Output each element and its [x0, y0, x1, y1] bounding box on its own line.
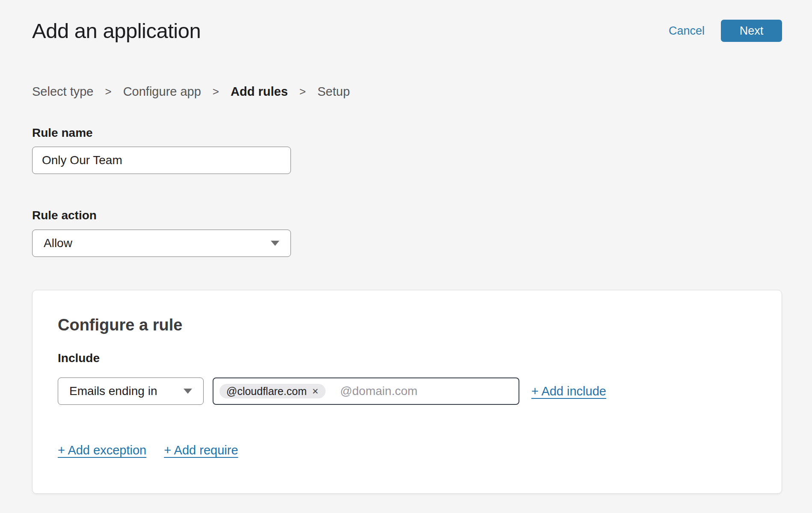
chip-remove-icon[interactable]: ✕ — [312, 387, 319, 395]
add-exception-link[interactable]: + Add exception — [58, 443, 146, 457]
breadcrumb-step-add-rules[interactable]: Add rules — [231, 84, 288, 99]
include-value-input-box[interactable]: @cloudflare.com ✕ — [213, 377, 519, 405]
include-rule-row: Emails ending in @cloudflare.com ✕ + Add… — [58, 377, 756, 405]
rule-action-select[interactable]: Allow — [32, 230, 291, 257]
breadcrumb-separator: > — [213, 84, 219, 99]
breadcrumb-separator: > — [105, 84, 111, 99]
breadcrumb-step-setup[interactable]: Setup — [317, 84, 350, 99]
rule-name-label: Rule name — [32, 126, 782, 140]
email-domain-input[interactable] — [340, 384, 513, 398]
include-selector-select[interactable]: Emails ending in — [58, 377, 204, 405]
add-application-page: Add an application Cancel Next Select ty… — [0, 18, 812, 494]
breadcrumb-step-configure-app[interactable]: Configure app — [123, 84, 201, 99]
rule-action-selected-value: Allow — [44, 236, 72, 250]
header-actions: Cancel Next — [669, 20, 782, 42]
breadcrumb-step-select-type[interactable]: Select type — [32, 84, 93, 99]
rule-extra-links: + Add exception + Add require — [58, 443, 756, 457]
configure-rule-card: Configure a rule Include Emails ending i… — [32, 290, 782, 494]
page-header: Add an application Cancel Next — [32, 18, 782, 44]
include-selector-value: Emails ending in — [69, 384, 157, 398]
chevron-down-icon — [184, 389, 192, 394]
next-button[interactable]: Next — [721, 20, 782, 42]
rule-name-input[interactable] — [32, 147, 291, 174]
page-title: Add an application — [32, 18, 201, 44]
chip-text: @cloudflare.com — [226, 385, 307, 398]
include-label: Include — [58, 351, 756, 366]
cancel-button[interactable]: Cancel — [669, 24, 705, 38]
add-require-link[interactable]: + Add require — [164, 443, 238, 457]
rule-action-label: Rule action — [32, 208, 782, 223]
breadcrumb-separator: > — [299, 84, 306, 99]
card-title: Configure a rule — [58, 315, 756, 335]
chevron-down-icon — [271, 241, 279, 246]
breadcrumb: Select type > Configure app > Add rules … — [32, 84, 782, 99]
add-include-link[interactable]: + Add include — [531, 384, 606, 398]
email-domain-chip: @cloudflare.com ✕ — [219, 384, 326, 398]
